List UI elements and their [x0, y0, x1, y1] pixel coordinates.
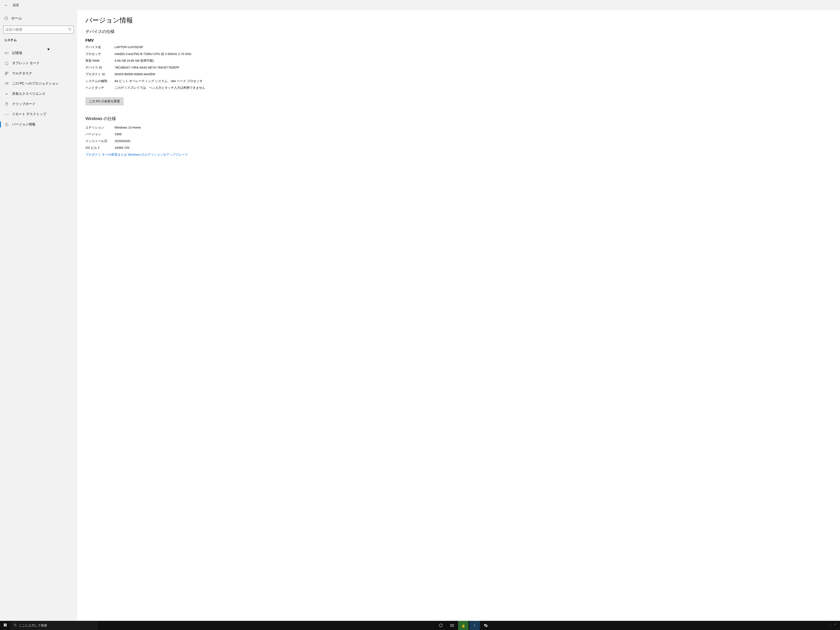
cortana-button[interactable]: [436, 621, 446, 630]
device-spec-heading: デバイスの仕様: [85, 29, 832, 35]
home-button[interactable]: ホーム: [3, 14, 74, 23]
start-button[interactable]: [0, 623, 10, 627]
taskbar-tray: ˄˅ ˄: [829, 621, 840, 630]
taskbar-search[interactable]: ここに入力して検索: [10, 621, 98, 630]
sidebar-item-multitask[interactable]: マルチタスク: [3, 68, 74, 79]
titlebar: ← 設定: [0, 0, 840, 10]
sidebar-item-label: 共有エクスペリエンス: [12, 92, 46, 96]
spec-value: 18363.720: [115, 145, 832, 150]
svg-point-19: [14, 624, 16, 626]
search-icon: [14, 624, 17, 627]
multitask-icon: [5, 71, 9, 76]
search-input[interactable]: [6, 28, 68, 32]
spec-product-id: プロダクト ID 00325-80000-00000-AAOEM: [85, 72, 832, 77]
taskbar: ここに入力して検索 🍍 ˄˅ ˄: [0, 621, 840, 630]
sidebar-item-clipboard[interactable]: クリップボード: [3, 99, 74, 109]
spec-value: 4.00 GB (3.89 GB 使用可能): [115, 58, 832, 63]
product-key-link[interactable]: プロダクト キーの変更または Windows のエディションをアップグレード: [85, 153, 832, 157]
spec-value: 00325-80000-00000-AAOEM: [115, 72, 832, 77]
sidebar-item-label: この PC へのプロジェクション: [12, 82, 58, 86]
spec-edition: エディション Windows 10 Home: [85, 125, 832, 130]
window-title: 設定: [13, 3, 19, 7]
svg-rect-6: [5, 72, 6, 73]
page-title: バージョン情報: [85, 16, 832, 25]
sidebar-item-project[interactable]: この PC へのプロジェクション: [3, 79, 74, 89]
spec-device-name: デバイス名 LAPTOP-UJVISDSP: [85, 45, 832, 50]
spec-label: OS ビルド: [85, 145, 115, 150]
clipboard-icon: [5, 102, 9, 106]
spec-system-type: システムの種類 64 ビット オペレーティング システム、x64 ベース プロセ…: [85, 79, 832, 84]
spec-processor: プロセッサ Intel(R) Core(TM) i5-7200U CPU @ 2…: [85, 52, 832, 57]
taskbar-center: 🍍: [98, 621, 829, 630]
search-box[interactable]: [3, 25, 74, 33]
sidebar-item-label: バージョン情報: [12, 122, 35, 127]
manufacturer: FMV: [85, 38, 832, 43]
svg-point-21: [439, 624, 442, 627]
spec-label: デバイス名: [85, 45, 115, 50]
task-view-button[interactable]: [447, 621, 457, 630]
svg-rect-9: [5, 82, 8, 84]
svg-rect-16: [5, 624, 7, 625]
spec-pen-touch: ペンとタッチ このディスプレイでは、ペン入力とタッチ入力は利用できません: [85, 85, 832, 90]
spec-version: バージョン 1909: [85, 132, 832, 137]
svg-rect-7: [7, 72, 8, 73]
spec-label: インストール日: [85, 139, 115, 144]
spec-value: LAPTOP-UJVISDSP: [115, 45, 832, 50]
taskbar-settings-button[interactable]: [481, 621, 491, 630]
spec-value: このディスプレイでは、ペン入力とタッチ入力は利用できません: [115, 85, 832, 90]
sidebar-item-label: マルチタスク: [12, 71, 32, 76]
sidebar-item-storage[interactable]: 記憶域: [3, 48, 74, 58]
spec-label: デバイス ID: [85, 65, 115, 70]
search-icon: [68, 28, 71, 32]
sidebar-item-remote[interactable]: リモート デスクトップ: [3, 109, 74, 119]
spec-os-build: OS ビルド 18363.720: [85, 145, 832, 150]
sidebar-item-shared[interactable]: 共有エクスペリエンス: [3, 89, 74, 99]
spec-value: 64 ビット オペレーティング システム、x64 ベース プロセッサ: [115, 79, 832, 84]
svg-rect-15: [4, 624, 5, 625]
taskbar-app-1[interactable]: 🍍: [458, 621, 469, 630]
spec-value: 2020/03/20: [115, 139, 832, 144]
spec-value: Intel(R) Core(TM) i5-7200U CPU @ 2.50GHz…: [115, 52, 832, 57]
spec-value: 1909: [115, 132, 832, 137]
sidebar-item-label: タブレット モード: [12, 61, 39, 65]
svg-rect-17: [4, 625, 5, 627]
spec-value: 78CABD47-74FA-4A32-AE7A-764CE7762EFF: [115, 65, 832, 70]
spec-install-date: インストール日 2020/03/20: [85, 139, 832, 144]
back-button[interactable]: ←: [2, 3, 10, 8]
sidebar-item-tablet[interactable]: タブレット モード: [3, 58, 74, 68]
spec-value: Windows 10 Home: [115, 125, 832, 130]
info-icon: [5, 123, 9, 127]
svg-rect-18: [5, 625, 7, 627]
storage-icon: [5, 51, 9, 55]
svg-line-20: [16, 625, 16, 626]
svg-rect-23: [452, 624, 453, 627]
tray-overflow-button[interactable]: ˄: [832, 621, 838, 630]
svg-rect-8: [5, 74, 6, 75]
spec-ram: 実装 RAM 4.00 GB (3.89 GB 使用可能): [85, 58, 832, 63]
project-icon: [5, 82, 9, 86]
spec-label: プロダクト ID: [85, 72, 115, 77]
sidebar-item-label: クリップボード: [12, 102, 35, 106]
sidebar-item-label: リモート デスクトップ: [12, 112, 46, 117]
svg-point-0: [69, 28, 71, 30]
remote-icon: [5, 112, 9, 117]
rename-pc-button[interactable]: この PC の名前を変更: [85, 97, 123, 106]
windows-spec-heading: Windows の仕様: [85, 116, 832, 122]
spec-device-id: デバイス ID 78CABD47-74FA-4A32-AE7A-764CE776…: [85, 65, 832, 70]
taskbar-search-placeholder: ここに入力して検索: [19, 624, 47, 627]
home-label: ホーム: [11, 16, 22, 21]
taskbar-app-2[interactable]: [469, 621, 480, 630]
svg-line-1: [70, 30, 71, 30]
content-area: ホーム システム 記憶域 タブレット モード マルチタスク この PC へのプロ…: [0, 10, 840, 621]
svg-point-3: [6, 53, 6, 53]
spec-label: エディション: [85, 125, 115, 130]
shared-icon: [5, 92, 9, 96]
section-label: システム: [4, 38, 73, 42]
tray-expand-button[interactable]: ˄˅: [829, 624, 832, 627]
spec-label: システムの種類: [85, 79, 115, 84]
sidebar-item-about[interactable]: バージョン情報: [3, 119, 74, 129]
home-icon: [4, 16, 8, 21]
sidebar-item-label: 記憶域: [12, 51, 22, 55]
spec-label: 実装 RAM: [85, 58, 115, 63]
sidebar: ホーム システム 記憶域 タブレット モード マルチタスク この PC へのプロ…: [0, 10, 77, 621]
